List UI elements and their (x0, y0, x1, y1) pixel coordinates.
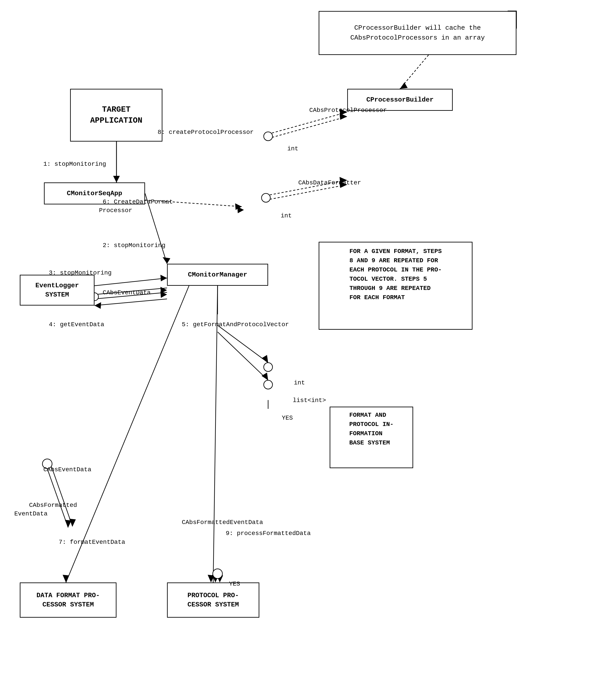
svg-marker-10 (160, 291, 167, 298)
svg-marker-18 (262, 373, 268, 380)
svg-line-48 (400, 55, 428, 89)
step3-label: 3: stopMonitoring (34, 263, 112, 283)
svg-marker-5 (160, 275, 167, 281)
svg-marker-49 (400, 83, 408, 89)
step2-label: 2: stopMonitoring (88, 235, 166, 256)
step8-label: 8: createProtocolProcessor (143, 122, 254, 142)
note-middle-label: FOR A GIVEN FORMAT, STEPS8 AND 9 ARE REP… (349, 247, 442, 302)
yes1-label: YES (267, 408, 293, 428)
data-format-label: DATA FORMAT PRO-CESSOR SYSTEM (37, 591, 100, 609)
target-app-label: TARGETAPPLICATION (90, 104, 142, 126)
format-protocol-box: FORMAT ANDPROTOCOL IN-FORMATIONBASE SYST… (330, 407, 413, 468)
protocol-pro-box: PROTOCOL PRO-CESSOR SYSTEM (167, 582, 259, 618)
yes2-label: YES (214, 574, 240, 594)
step7-label: 7: formatEventData (44, 532, 125, 552)
format-protocol-label: FORMAT ANDPROTOCOL IN-FORMATIONBASE SYST… (349, 411, 394, 447)
svg-marker-12 (94, 302, 101, 309)
svg-marker-1 (113, 176, 120, 182)
step5-label: 5: getFormatAndProtocolVector (167, 314, 289, 335)
svg-marker-15 (262, 355, 268, 363)
event-logger-label: EventLoggerSYSTEM (36, 281, 79, 300)
svg-point-28 (262, 194, 270, 202)
svg-line-17 (218, 332, 268, 380)
cmonitor-manager-label: CMonitorManager (188, 271, 247, 279)
svg-marker-35 (113, 176, 120, 182)
cabs-eventdata2-label: CAbsEventData (28, 459, 91, 480)
cabs-eventdata1-label: CAbsEventData (88, 283, 151, 303)
cabs-data-formatter-label: CAbsDataFormatter (284, 173, 361, 193)
step1-label: 1: stopMonitoring (28, 154, 106, 174)
cabs-formattedeventdata2-label: CAbsFormattedEventData (14, 492, 77, 527)
note-middle-box: FOR A GIVEN FORMAT, STEPS8 AND 9 ARE REP… (318, 242, 472, 330)
int2-label: int (266, 205, 292, 226)
note-top-box: CProcessorBuilder will cache the CAbsPro… (318, 11, 516, 55)
diagram-container: CProcessorBuilder will cache the CAbsPro… (0, 0, 616, 686)
svg-marker-9 (160, 287, 167, 293)
svg-point-16 (264, 363, 272, 372)
svg-marker-44 (208, 575, 214, 582)
cabs-formattedeventdata1-label: CAbsFormattedEventData (167, 512, 263, 533)
cabs-protocol-processor-label: CAbsProtocolProcessor (294, 100, 387, 120)
data-format-box: DATA FORMAT PRO-CESSOR SYSTEM (20, 582, 116, 618)
svg-marker-37 (63, 575, 69, 582)
cmonitor-manager-box: CMonitorManager (167, 264, 268, 286)
int1-label: int (272, 138, 299, 159)
svg-marker-3 (162, 257, 170, 264)
step4-label: 4: getEventData (34, 314, 104, 335)
svg-marker-33 (237, 207, 244, 213)
step6-label: 6: CreateDataFormat Processor (88, 189, 173, 224)
svg-marker-32 (235, 203, 242, 210)
svg-point-19 (264, 380, 272, 389)
svg-point-23 (264, 132, 272, 141)
